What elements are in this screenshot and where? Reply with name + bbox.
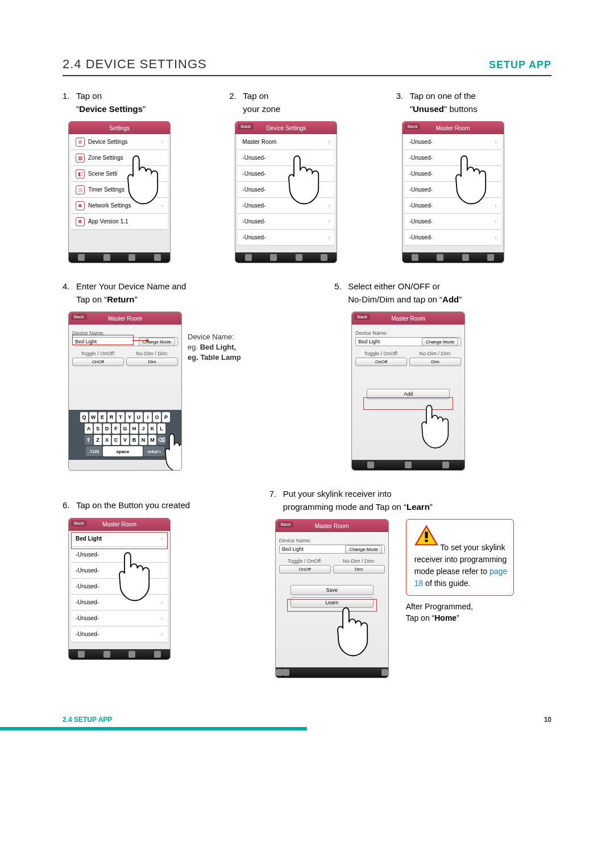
row-unused[interactable]: -Unused-› bbox=[238, 214, 334, 230]
row-master-room[interactable]: Master Room› bbox=[238, 134, 334, 150]
camera-icon[interactable] bbox=[283, 669, 289, 676]
row-unused[interactable]: -Unused- bbox=[238, 150, 334, 166]
key-c[interactable]: C bbox=[112, 435, 120, 445]
home-icon[interactable] bbox=[78, 651, 85, 658]
back-button[interactable]: Back bbox=[405, 123, 421, 130]
home-icon[interactable] bbox=[367, 462, 374, 468]
key-n[interactable]: N bbox=[139, 435, 147, 445]
device-name-input[interactable]: Bed LightChange Mode bbox=[279, 545, 385, 554]
dim-button[interactable]: Dim bbox=[333, 565, 385, 574]
topbar: BackMaster Room bbox=[403, 122, 504, 134]
setting-icon[interactable] bbox=[154, 254, 161, 261]
change-mode-button[interactable]: Change Mode bbox=[422, 338, 458, 346]
key-t[interactable]: T bbox=[117, 412, 125, 422]
key-⇧[interactable]: ⇧ bbox=[85, 435, 93, 445]
row-unused[interactable]: -Unused-› bbox=[238, 230, 334, 246]
setting-icon[interactable] bbox=[381, 669, 388, 676]
onoff-button[interactable]: OnOff bbox=[72, 358, 124, 366]
key-i[interactable]: I bbox=[144, 412, 152, 422]
tc-icon[interactable] bbox=[442, 462, 449, 468]
row-unused[interactable]: -Unused- bbox=[71, 563, 168, 579]
row-unused[interactable]: -Unused-› bbox=[71, 595, 168, 610]
row-unused[interactable]: -Unused- bbox=[405, 166, 501, 182]
camera-icon[interactable] bbox=[103, 651, 110, 658]
key-u[interactable]: U bbox=[135, 412, 143, 422]
row-zone-settings[interactable]: ▦Zone Settings bbox=[71, 150, 168, 166]
row-unused[interactable]: -Unused-› bbox=[238, 198, 334, 214]
row-timer-settings[interactable]: ◷Timer Settings bbox=[71, 182, 168, 198]
onoff-button[interactable]: OnOff bbox=[355, 358, 407, 366]
key-b[interactable]: B bbox=[130, 435, 138, 445]
key-v[interactable]: V bbox=[121, 435, 129, 445]
home-icon[interactable] bbox=[78, 254, 85, 261]
key-g[interactable]: G bbox=[121, 423, 129, 434]
key-x[interactable]: X bbox=[103, 435, 111, 445]
key-l[interactable]: L bbox=[157, 423, 165, 434]
key-⌫[interactable]: ⌫ bbox=[157, 435, 165, 445]
tc-icon[interactable] bbox=[462, 254, 469, 261]
key-y[interactable]: Y bbox=[126, 412, 134, 422]
row-unused[interactable]: -Unused-› bbox=[71, 626, 168, 642]
camera-icon[interactable] bbox=[270, 254, 277, 261]
tc-icon[interactable] bbox=[296, 254, 302, 261]
row-unused[interactable]: -Unused-› bbox=[405, 230, 501, 246]
key-e[interactable]: E bbox=[98, 412, 106, 422]
timer-icon: ◷ bbox=[76, 185, 85, 194]
tc-icon[interactable] bbox=[128, 651, 135, 658]
row-unused[interactable]: -Unused-› bbox=[71, 610, 168, 626]
device-name-input[interactable]: Bed LightChange Mode bbox=[355, 337, 461, 346]
key-h[interactable]: H bbox=[130, 423, 138, 434]
key-p[interactable]: P bbox=[162, 412, 170, 422]
camera-icon[interactable] bbox=[103, 254, 110, 261]
home-icon[interactable] bbox=[276, 669, 283, 676]
dim-button[interactable]: Dim bbox=[126, 358, 178, 366]
key-k[interactable]: K bbox=[148, 423, 156, 434]
row-unused[interactable]: -Unused-› bbox=[405, 134, 501, 150]
step-3-num: 3. bbox=[396, 90, 404, 103]
key-s[interactable]: S bbox=[94, 423, 102, 434]
setting-icon[interactable] bbox=[487, 254, 494, 261]
row-unused[interactable]: -Unused- bbox=[405, 150, 501, 166]
key-q[interactable]: Q bbox=[80, 412, 88, 422]
key-z[interactable]: Z bbox=[94, 435, 102, 445]
row-unused[interactable]: -Unused- bbox=[238, 166, 334, 182]
row-unused[interactable]: -Unused- bbox=[71, 579, 168, 595]
row-unused[interactable]: -Unused- bbox=[71, 547, 168, 563]
key-r[interactable]: R bbox=[107, 412, 115, 422]
back-button[interactable]: Back bbox=[238, 123, 254, 130]
back-button[interactable]: Back bbox=[354, 314, 370, 320]
row-network-settings[interactable]: ✱Network Settings› bbox=[71, 198, 168, 214]
topbar: BackMaster Room bbox=[69, 518, 170, 531]
key-a[interactable]: A bbox=[85, 423, 93, 434]
key-f[interactable]: F bbox=[112, 423, 120, 434]
key-w[interactable]: W bbox=[89, 412, 97, 422]
key-num[interactable]: .?123 bbox=[86, 446, 102, 456]
camera-icon[interactable] bbox=[405, 462, 412, 468]
dim-button[interactable]: Dim bbox=[409, 358, 461, 366]
save-button[interactable]: Save bbox=[291, 585, 374, 595]
back-button[interactable]: Back bbox=[71, 520, 87, 526]
change-mode-button[interactable]: Change Mode bbox=[345, 545, 381, 554]
home-icon[interactable] bbox=[245, 254, 252, 261]
key-j[interactable]: J bbox=[139, 423, 147, 434]
row-unused[interactable]: -Unused-› bbox=[405, 214, 501, 230]
key-d[interactable]: D bbox=[103, 423, 111, 434]
back-button[interactable]: Back bbox=[71, 314, 87, 320]
setting-icon[interactable] bbox=[321, 254, 327, 261]
camera-icon[interactable] bbox=[437, 254, 443, 261]
home-icon[interactable] bbox=[412, 254, 418, 261]
row-device-settings[interactable]: ⚙Device Settings› bbox=[71, 134, 168, 150]
step-4-text: 4. Enter Your Device Name and Tap on “Re… bbox=[63, 280, 323, 306]
topbar: BackMaster Room bbox=[352, 312, 464, 325]
key-m[interactable]: M bbox=[148, 435, 156, 445]
row-scene-settings[interactable]: ◧Scene Setti bbox=[71, 166, 168, 182]
row-unused[interactable]: -Unused- bbox=[238, 182, 334, 198]
key-space[interactable]: space bbox=[103, 446, 143, 456]
back-button[interactable]: Back bbox=[278, 521, 294, 528]
key-o[interactable]: O bbox=[153, 412, 161, 422]
row-unused[interactable]: -Unused-› bbox=[405, 198, 501, 214]
setting-icon[interactable] bbox=[154, 651, 161, 658]
onoff-button[interactable]: OnOff bbox=[279, 565, 331, 574]
row-unused[interactable]: -Unused- bbox=[405, 182, 501, 198]
tc-icon[interactable] bbox=[128, 254, 135, 261]
